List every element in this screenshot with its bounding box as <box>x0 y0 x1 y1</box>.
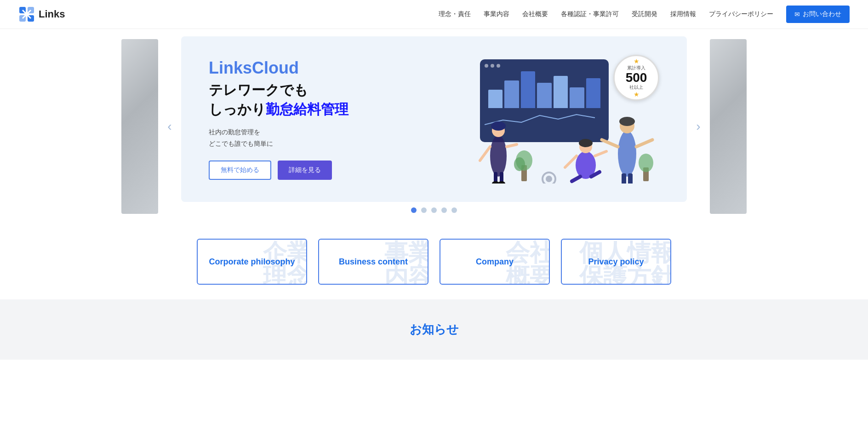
cat-label-privacy: Privacy policy <box>588 257 644 267</box>
nav-item-certification[interactable]: 各種認証・事業許可 <box>561 10 619 18</box>
cat-card-philosophy[interactable]: 企業理念 Corporate philosophy <box>197 239 307 285</box>
svg-line-30 <box>636 140 652 147</box>
logo-icon <box>18 6 35 23</box>
nav-item-privacy[interactable]: プライバシーポリシー <box>709 10 773 18</box>
cat-label-company: Company <box>476 257 514 267</box>
logo[interactable]: Links <box>18 6 65 23</box>
cat-card-business[interactable]: 事業内容 Business content <box>318 239 428 285</box>
svg-line-29 <box>602 140 618 147</box>
slide-left-panel <box>121 39 158 214</box>
svg-line-18 <box>572 177 580 181</box>
svg-point-8 <box>491 121 506 131</box>
svg-point-12 <box>498 181 505 184</box>
slider-dots <box>411 207 457 217</box>
slide-dot-5[interactable] <box>451 207 457 213</box>
hero-slider: ‹ LinksCloud テレワークでも しっかり勤怠給料管理 社内の勤怠管理を… <box>0 29 868 224</box>
svg-line-14 <box>507 144 517 147</box>
nav-item-outsourcing[interactable]: 受託開発 <box>632 10 657 18</box>
cat-card-privacy[interactable]: 個人情報保護方針 Privacy policy <box>561 239 671 285</box>
svg-point-35 <box>639 154 653 172</box>
slide-title-en: LinksCloud <box>209 58 348 78</box>
cat-label-philosophy: Corporate philosophy <box>209 257 295 267</box>
svg-point-22 <box>618 131 636 177</box>
cat-card-company[interactable]: 会社概要 Company <box>440 239 550 285</box>
svg-line-13 <box>480 147 490 161</box>
svg-point-17 <box>579 139 593 147</box>
svg-point-24 <box>619 117 635 126</box>
header: Links 理念・責任 事業内容 会社概要 各種認証・事業許可 受託開発 採用情… <box>0 0 868 29</box>
slider-next-button[interactable]: › <box>687 44 710 209</box>
svg-rect-25 <box>622 173 626 184</box>
slide-dot-4[interactable] <box>441 207 447 213</box>
slide-desc: 社内の勤怠管理を どこでも誰でも簡単に <box>209 126 348 149</box>
slide-dot-3[interactable] <box>431 207 437 213</box>
nav-item-recruitment[interactable]: 採用情報 <box>670 10 696 18</box>
svg-point-37 <box>546 176 552 182</box>
slider-prev-button[interactable]: ‹ <box>158 44 181 209</box>
svg-rect-26 <box>628 173 633 184</box>
slide-card: LinksCloud テレワークでも しっかり勤怠給料管理 社内の勤怠管理を ど… <box>181 36 687 202</box>
nav-item-company[interactable]: 会社概要 <box>522 10 548 18</box>
svg-point-6 <box>490 135 507 177</box>
svg-line-20 <box>565 156 577 167</box>
nav-item-business[interactable]: 事業内容 <box>484 10 509 18</box>
slide-title-ja: テレワークでも しっかり勤怠給料管理 <box>209 80 348 119</box>
news-section: お知らせ <box>0 299 868 360</box>
main-nav: 理念・責任 事業内容 会社概要 各種認証・事業許可 受託開発 採用情報 プライバ… <box>439 6 850 23</box>
category-section: 企業理念 Corporate philosophy 事業内容 Business … <box>0 224 868 299</box>
details-button[interactable]: 詳細を見る <box>278 161 332 180</box>
slide-right-panel <box>710 39 747 214</box>
slide-buttons: 無料で始める 詳細を見る <box>209 161 348 180</box>
cat-label-business: Business content <box>339 257 408 267</box>
svg-point-33 <box>514 157 525 171</box>
envelope-icon: ✉ <box>794 11 800 18</box>
slide-text: LinksCloud テレワークでも しっかり勤怠給料管理 社内の勤怠管理を ど… <box>209 58 348 180</box>
slide-dot-2[interactable] <box>421 207 427 213</box>
nav-item-philosophy[interactable]: 理念・責任 <box>439 10 471 18</box>
svg-line-21 <box>595 151 606 156</box>
free-start-button[interactable]: 無料で始める <box>209 161 271 180</box>
people-illustration <box>466 55 659 184</box>
slide-dot-1[interactable] <box>411 207 417 213</box>
slide-illustration: ★ 累計導入 500 社以上 ★ <box>466 55 659 184</box>
contact-button[interactable]: ✉ お問い合わせ <box>786 6 850 23</box>
news-title: お知らせ <box>18 321 850 338</box>
